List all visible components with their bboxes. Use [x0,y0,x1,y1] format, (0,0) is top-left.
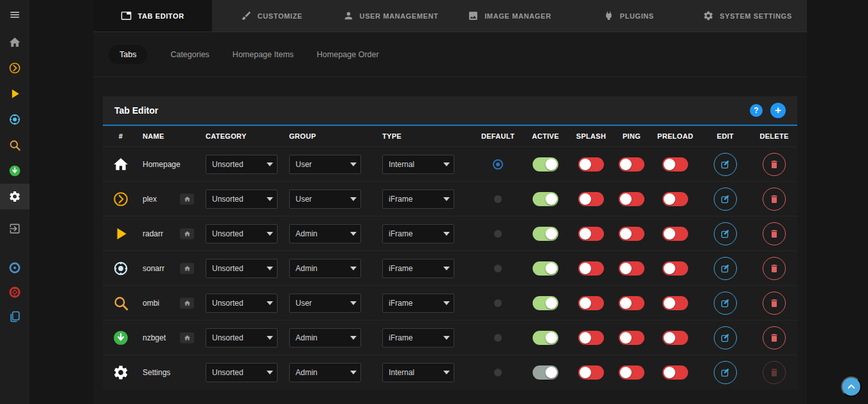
active-toggle[interactable] [533,157,558,171]
group-select[interactable]: User [289,294,361,313]
category-select[interactable]: Unsorted [206,259,278,278]
edit-button[interactable] [714,222,737,245]
ping-toggle[interactable] [619,331,644,345]
subnav-homepage-items[interactable]: Homepage Items [233,45,294,64]
type-select[interactable]: iFrame [382,189,454,209]
preload-toggle[interactable] [662,157,688,171]
group-select[interactable]: Admin [289,259,361,278]
sidebar-item-plex[interactable] [0,55,30,81]
type-select[interactable]: iFrame [382,328,454,347]
delete-button[interactable] [763,292,786,315]
type-select[interactable]: Internal [382,363,454,382]
edit-button[interactable] [714,188,737,211]
tab-user-management[interactable]: USER MANAGEMENT [331,0,450,31]
tab-customize[interactable]: CUSTOMIZE [212,0,331,31]
sidebar-item-docs[interactable] [0,304,30,329]
splash-toggle[interactable] [578,331,604,345]
default-radio[interactable] [494,334,502,342]
active-toggle[interactable] [533,261,558,276]
tab-name: sonarr [143,264,164,273]
delete-button[interactable] [763,222,786,245]
column-header-name: NAME [139,132,199,140]
subnav-tabs[interactable]: Tabs [109,45,147,64]
tab-tab-editor[interactable]: TAB EDITOR [93,0,212,31]
preload-toggle[interactable] [662,296,688,310]
sidebar-item-organizr[interactable] [0,256,30,280]
splash-toggle[interactable] [578,227,604,241]
ping-toggle-knob [620,367,632,378]
ping-toggle[interactable] [619,365,644,380]
sidebar-item-home[interactable] [0,30,30,55]
help-button[interactable]: ? [750,104,763,117]
default-radio[interactable] [494,299,502,307]
add-tab-button[interactable]: + [770,103,786,118]
preload-toggle[interactable] [662,365,688,380]
active-toggle[interactable] [533,365,558,380]
ping-toggle[interactable] [619,192,644,206]
category-select[interactable]: Unsorted [206,189,278,209]
group-select[interactable]: Admin [289,328,361,347]
category-select[interactable]: Unsorted [206,224,278,243]
splash-toggle[interactable] [578,157,604,171]
type-select[interactable]: iFrame [382,224,454,243]
sidebar-item-logout[interactable] [0,216,30,242]
tab-image-manager[interactable]: IMAGE MANAGER [450,0,569,31]
category-select[interactable]: Unsorted [206,363,278,382]
edit-button[interactable] [714,292,737,315]
group-select[interactable]: User [289,189,361,209]
ping-toggle[interactable] [619,261,644,276]
delete-button[interactable] [763,188,786,211]
active-toggle[interactable] [533,331,558,345]
sidebar-item-settings[interactable] [0,184,30,209]
splash-toggle[interactable] [578,296,604,310]
scroll-to-top-button[interactable] [841,376,862,397]
delete-button[interactable] [763,257,786,280]
edit-button[interactable] [714,361,737,384]
delete-button[interactable] [763,326,786,349]
active-toggle[interactable] [533,296,558,310]
sidebar-item-ombi[interactable] [0,132,30,158]
tab-plugins[interactable]: PLUGINS [569,0,688,31]
preload-toggle[interactable] [662,227,688,241]
ping-toggle[interactable] [619,296,644,310]
sidebar-item-radarr[interactable] [0,81,30,107]
sidebar-item-sonarr[interactable] [0,107,30,132]
trash-icon [769,333,779,343]
group-select[interactable]: Admin [289,224,361,243]
type-select[interactable]: Internal [382,155,454,174]
splash-toggle[interactable] [578,261,604,276]
subnav-categories[interactable]: Categories [170,45,209,64]
ping-toggle[interactable] [619,227,644,241]
subnav-homepage-order[interactable]: Homepage Order [317,45,379,64]
tab-system-settings[interactable]: SYSTEM SETTINGS [688,0,807,31]
edit-button[interactable] [714,326,737,349]
preload-toggle[interactable] [662,192,688,206]
active-toggle[interactable] [533,227,558,241]
default-radio[interactable] [493,159,503,170]
category-select[interactable]: Unsorted [206,294,278,313]
sidebar-item-nzbget[interactable] [0,158,30,184]
group-select[interactable]: Admin [289,363,361,382]
splash-toggle[interactable] [578,192,604,206]
column-header-default: DEFAULT [475,132,520,140]
default-radio[interactable] [494,230,502,238]
category-select[interactable]: Unsorted [206,155,278,174]
ping-toggle[interactable] [619,157,644,171]
preload-toggle[interactable] [662,261,688,276]
type-select[interactable]: iFrame [382,259,454,278]
delete-button[interactable] [763,153,786,176]
default-radio[interactable] [494,265,502,272]
type-select[interactable]: iFrame [382,294,454,313]
edit-button[interactable] [714,153,737,176]
sidebar-item-support[interactable] [0,280,30,304]
group-select[interactable]: User [289,155,361,174]
edit-button[interactable] [714,257,737,280]
default-radio[interactable] [494,195,502,203]
splash-toggle[interactable] [578,365,604,380]
category-select[interactable]: Unsorted [206,328,278,347]
default-radio[interactable] [494,369,502,376]
preload-toggle[interactable] [662,331,688,345]
active-toggle[interactable] [533,192,558,206]
gear-icon [112,364,129,381]
menu-button[interactable] [0,0,30,30]
